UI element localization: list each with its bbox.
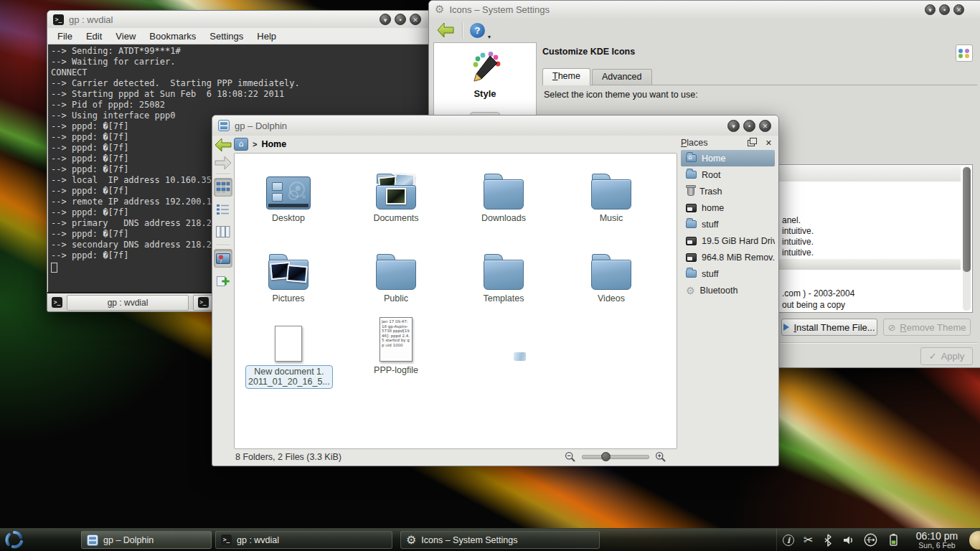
terminal-tab[interactable]: gp : wvdial <box>67 295 189 311</box>
dolphin-titlebar[interactable]: gp – Dolphin ▾ • ✕ <box>212 116 778 136</box>
dolphin-window[interactable]: gp – Dolphin ▾ • ✕ ⌂ > Home <box>212 115 779 466</box>
list-row[interactable]: intuitive. <box>782 248 814 258</box>
maximize-button[interactable]: • <box>395 14 406 25</box>
terminal-tab-icon[interactable]: >_ <box>52 297 62 308</box>
preview-icon <box>216 253 230 264</box>
konsole-titlebar[interactable]: >_ gp : wvdial ▾ • ✕ <box>47 11 437 28</box>
scrollbar[interactable] <box>963 166 971 311</box>
klipper-scissors-icon[interactable]: ✂ <box>804 534 813 546</box>
folder-item[interactable]: Templates <box>461 244 547 303</box>
menu-view[interactable]: View <box>116 31 136 42</box>
back-button-icon[interactable] <box>215 138 232 152</box>
details-view-button[interactable] <box>214 200 232 219</box>
system-settings-titlebar[interactable]: ⚙ Icons – System Settings <box>429 1 980 19</box>
zoom-in-icon[interactable] <box>655 451 666 463</box>
close-button[interactable]: ✕ <box>953 4 964 15</box>
system-settings-icon: ⚙ <box>435 4 444 15</box>
new-tab-icon: >_ <box>198 297 209 308</box>
zoom-out-icon[interactable] <box>565 451 576 463</box>
list-row[interactable]: intuitive. <box>782 226 814 236</box>
preview-button[interactable] <box>214 249 232 268</box>
task-system-settings[interactable]: ⚙ Icons – System Settings <box>400 531 600 549</box>
maximize-button[interactable]: • <box>939 4 950 15</box>
tab-advanced[interactable]: Advanced <box>592 69 652 85</box>
folder-item[interactable]: Pictures <box>245 244 331 303</box>
notifications-icon[interactable]: i <box>783 534 794 546</box>
maximize-button[interactable]: • <box>743 120 755 132</box>
place-stuff-2[interactable]: stuff <box>681 265 775 282</box>
menu-settings[interactable]: Settings <box>209 31 243 42</box>
pictures-folder-icon <box>268 260 308 290</box>
menu-edit[interactable]: Edit <box>86 31 102 42</box>
columns-view-button[interactable] <box>214 222 232 241</box>
apply-button[interactable]: ✓ Apply <box>920 347 973 365</box>
folder-item[interactable]: Public <box>353 244 439 303</box>
back-button-icon[interactable] <box>436 22 455 38</box>
help-button[interactable]: ? <box>470 23 485 38</box>
place-hard-drive[interactable]: 19.5 GiB Hard Drive <box>681 232 775 249</box>
volume-icon[interactable] <box>843 534 854 547</box>
place-removable-drive[interactable]: 964.8 MiB Remov... <box>681 249 775 265</box>
menu-bookmarks[interactable]: Bookmarks <box>149 31 196 42</box>
home-icon: ⌂ <box>686 154 697 162</box>
split-view-icon <box>217 274 230 287</box>
selected-file-label: New document 1.2011_01_20_16_5... <box>245 365 333 389</box>
minimize-button[interactable]: ▾ <box>727 120 740 132</box>
icons-view-button[interactable] <box>214 178 232 197</box>
sidebar-item-style[interactable]: Style <box>434 43 536 99</box>
place-root[interactable]: Root <box>681 166 775 183</box>
clock[interactable]: 06:10 pm Sun, 6 Feb <box>904 531 970 550</box>
device-notifier-usb-icon[interactable] <box>864 533 877 547</box>
scrollbar-thumb[interactable] <box>963 167 971 272</box>
place-home[interactable]: ⌂ Home <box>681 150 775 166</box>
terminal-cursor <box>51 263 57 273</box>
close-button[interactable]: ✕ <box>759 120 771 132</box>
breadcrumb[interactable]: ⌂ > Home <box>234 136 286 153</box>
folder-item[interactable]: Videos <box>568 244 654 303</box>
folder-item[interactable]: Desktop <box>245 164 331 223</box>
list-row[interactable]: intuitive. <box>782 237 814 247</box>
logfile-preview-icon: Jan 17 09:47:18 gp-Aspire-5738 pppd[1946… <box>380 317 413 362</box>
desktop-folder-icon <box>266 176 311 209</box>
file-item-selected[interactable]: New document 1.2011_01_20_16_5... <box>245 313 331 389</box>
system-settings-toolbar: ? ▾ <box>429 19 980 42</box>
folder-item[interactable]: Documents <box>353 164 439 223</box>
bluetooth-icon[interactable] <box>822 534 834 547</box>
place-trash[interactable]: Trash <box>681 183 775 199</box>
minimize-button[interactable]: ▾ <box>380 14 391 25</box>
panel-toolbox-cashew[interactable] <box>969 531 980 550</box>
folder-item[interactable]: Downloads <box>461 164 547 223</box>
float-panel-icon[interactable] <box>748 140 755 146</box>
chevron-down-icon[interactable]: ▾ <box>488 34 491 40</box>
menu-help[interactable]: Help <box>257 31 276 42</box>
task-dolphin[interactable]: gp – Dolphin <box>81 531 212 549</box>
tab-theme[interactable]: Theme <box>542 68 590 85</box>
zoom-slider[interactable] <box>582 455 649 459</box>
split-view-button[interactable] <box>214 271 232 290</box>
menu-file[interactable]: File <box>57 31 72 42</box>
forward-button-icon[interactable] <box>215 156 232 170</box>
close-button[interactable]: ✕ <box>410 14 421 25</box>
place-stuff[interactable]: stuff <box>681 216 775 232</box>
remove-theme-button[interactable]: ⊘ Remove Theme <box>883 319 971 336</box>
zoom-slider-handle[interactable] <box>601 452 611 461</box>
task-konsole[interactable]: >_ gp : wvdial <box>215 531 392 549</box>
home-folder-icon[interactable]: ⌂ <box>234 138 248 151</box>
battery-icon[interactable] <box>887 533 900 547</box>
list-row[interactable]: anel. <box>782 215 801 225</box>
breadcrumb-home[interactable]: Home <box>261 139 286 149</box>
place-bluetooth[interactable]: ⚙ Bluetooth <box>681 282 775 298</box>
folder-item[interactable]: Music <box>568 164 654 223</box>
file-item[interactable]: Jan 17 09:47:18 gp-Aspire-5738 pppd[1946… <box>353 313 439 375</box>
drag-artifact <box>514 352 526 361</box>
places-header: Places <box>681 138 708 148</box>
launcher-icon[interactable] <box>4 529 24 550</box>
folder-view[interactable]: Desktop Documents Downloads Mu <box>234 153 677 449</box>
new-tab-button[interactable]: >_ <box>193 295 213 311</box>
overview-grid-icon[interactable] <box>956 44 973 62</box>
place-home-partition[interactable]: home <box>681 199 775 216</box>
install-theme-button[interactable]: Install Theme File... <box>781 319 877 336</box>
documents-folder-icon <box>376 179 416 209</box>
minimize-button[interactable]: ▾ <box>925 4 936 15</box>
close-panel-icon[interactable]: ✕ <box>765 138 772 148</box>
